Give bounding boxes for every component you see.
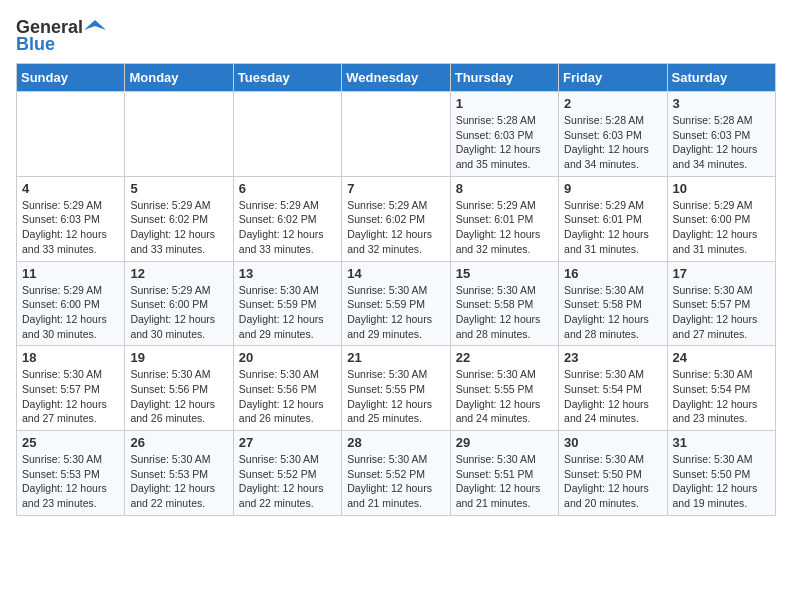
calendar-cell: 23Sunrise: 5:30 AMSunset: 5:54 PMDayligh… — [559, 346, 667, 431]
day-number: 19 — [130, 350, 227, 365]
day-info: Sunrise: 5:29 AMSunset: 6:00 PMDaylight:… — [673, 198, 770, 257]
day-number: 29 — [456, 435, 553, 450]
day-info: Sunrise: 5:29 AMSunset: 6:00 PMDaylight:… — [22, 283, 119, 342]
day-number: 10 — [673, 181, 770, 196]
calendar-cell: 10Sunrise: 5:29 AMSunset: 6:00 PMDayligh… — [667, 176, 775, 261]
calendar-cell: 21Sunrise: 5:30 AMSunset: 5:55 PMDayligh… — [342, 346, 450, 431]
logo: General Blue — [16, 16, 107, 55]
day-number: 31 — [673, 435, 770, 450]
day-number: 20 — [239, 350, 336, 365]
calendar-cell: 29Sunrise: 5:30 AMSunset: 5:51 PMDayligh… — [450, 431, 558, 516]
calendar-cell: 30Sunrise: 5:30 AMSunset: 5:50 PMDayligh… — [559, 431, 667, 516]
day-info: Sunrise: 5:30 AMSunset: 5:55 PMDaylight:… — [456, 367, 553, 426]
day-info: Sunrise: 5:29 AMSunset: 6:02 PMDaylight:… — [347, 198, 444, 257]
day-number: 28 — [347, 435, 444, 450]
day-number: 5 — [130, 181, 227, 196]
day-info: Sunrise: 5:29 AMSunset: 6:03 PMDaylight:… — [22, 198, 119, 257]
day-number: 16 — [564, 266, 661, 281]
day-number: 18 — [22, 350, 119, 365]
calendar-cell: 13Sunrise: 5:30 AMSunset: 5:59 PMDayligh… — [233, 261, 341, 346]
day-number: 4 — [22, 181, 119, 196]
day-info: Sunrise: 5:30 AMSunset: 5:56 PMDaylight:… — [130, 367, 227, 426]
calendar-cell: 22Sunrise: 5:30 AMSunset: 5:55 PMDayligh… — [450, 346, 558, 431]
day-number: 11 — [22, 266, 119, 281]
day-info: Sunrise: 5:30 AMSunset: 5:58 PMDaylight:… — [564, 283, 661, 342]
day-info: Sunrise: 5:29 AMSunset: 6:02 PMDaylight:… — [239, 198, 336, 257]
day-info: Sunrise: 5:30 AMSunset: 5:54 PMDaylight:… — [673, 367, 770, 426]
day-number: 2 — [564, 96, 661, 111]
day-number: 27 — [239, 435, 336, 450]
day-info: Sunrise: 5:29 AMSunset: 6:01 PMDaylight:… — [456, 198, 553, 257]
weekday-header-row: SundayMondayTuesdayWednesdayThursdayFrid… — [17, 64, 776, 92]
calendar-cell: 20Sunrise: 5:30 AMSunset: 5:56 PMDayligh… — [233, 346, 341, 431]
day-info: Sunrise: 5:30 AMSunset: 5:53 PMDaylight:… — [22, 452, 119, 511]
day-info: Sunrise: 5:28 AMSunset: 6:03 PMDaylight:… — [673, 113, 770, 172]
day-number: 15 — [456, 266, 553, 281]
day-number: 17 — [673, 266, 770, 281]
calendar-cell — [342, 92, 450, 177]
calendar-cell: 1Sunrise: 5:28 AMSunset: 6:03 PMDaylight… — [450, 92, 558, 177]
day-number: 14 — [347, 266, 444, 281]
day-info: Sunrise: 5:30 AMSunset: 5:52 PMDaylight:… — [239, 452, 336, 511]
day-info: Sunrise: 5:29 AMSunset: 6:02 PMDaylight:… — [130, 198, 227, 257]
calendar-cell: 11Sunrise: 5:29 AMSunset: 6:00 PMDayligh… — [17, 261, 125, 346]
day-info: Sunrise: 5:29 AMSunset: 6:00 PMDaylight:… — [130, 283, 227, 342]
day-number: 13 — [239, 266, 336, 281]
day-info: Sunrise: 5:28 AMSunset: 6:03 PMDaylight:… — [456, 113, 553, 172]
svg-marker-0 — [84, 20, 106, 30]
calendar-cell — [17, 92, 125, 177]
weekday-header-monday: Monday — [125, 64, 233, 92]
day-info: Sunrise: 5:30 AMSunset: 5:57 PMDaylight:… — [673, 283, 770, 342]
day-number: 6 — [239, 181, 336, 196]
calendar-cell: 18Sunrise: 5:30 AMSunset: 5:57 PMDayligh… — [17, 346, 125, 431]
logo-bird-icon — [84, 16, 106, 38]
day-info: Sunrise: 5:30 AMSunset: 5:59 PMDaylight:… — [347, 283, 444, 342]
calendar-cell: 4Sunrise: 5:29 AMSunset: 6:03 PMDaylight… — [17, 176, 125, 261]
calendar-week-row: 25Sunrise: 5:30 AMSunset: 5:53 PMDayligh… — [17, 431, 776, 516]
day-number: 1 — [456, 96, 553, 111]
day-info: Sunrise: 5:29 AMSunset: 6:01 PMDaylight:… — [564, 198, 661, 257]
calendar-cell: 26Sunrise: 5:30 AMSunset: 5:53 PMDayligh… — [125, 431, 233, 516]
logo-blue-text: Blue — [16, 34, 55, 55]
calendar-week-row: 18Sunrise: 5:30 AMSunset: 5:57 PMDayligh… — [17, 346, 776, 431]
day-number: 30 — [564, 435, 661, 450]
calendar-cell: 24Sunrise: 5:30 AMSunset: 5:54 PMDayligh… — [667, 346, 775, 431]
calendar-cell: 28Sunrise: 5:30 AMSunset: 5:52 PMDayligh… — [342, 431, 450, 516]
day-info: Sunrise: 5:30 AMSunset: 5:59 PMDaylight:… — [239, 283, 336, 342]
weekday-header-tuesday: Tuesday — [233, 64, 341, 92]
calendar-cell: 6Sunrise: 5:29 AMSunset: 6:02 PMDaylight… — [233, 176, 341, 261]
calendar-cell: 19Sunrise: 5:30 AMSunset: 5:56 PMDayligh… — [125, 346, 233, 431]
weekday-header-sunday: Sunday — [17, 64, 125, 92]
calendar-cell: 25Sunrise: 5:30 AMSunset: 5:53 PMDayligh… — [17, 431, 125, 516]
calendar-cell: 14Sunrise: 5:30 AMSunset: 5:59 PMDayligh… — [342, 261, 450, 346]
day-info: Sunrise: 5:30 AMSunset: 5:50 PMDaylight:… — [673, 452, 770, 511]
weekday-header-friday: Friday — [559, 64, 667, 92]
day-number: 3 — [673, 96, 770, 111]
day-number: 25 — [22, 435, 119, 450]
day-info: Sunrise: 5:30 AMSunset: 5:52 PMDaylight:… — [347, 452, 444, 511]
day-number: 22 — [456, 350, 553, 365]
day-info: Sunrise: 5:30 AMSunset: 5:57 PMDaylight:… — [22, 367, 119, 426]
calendar-cell: 31Sunrise: 5:30 AMSunset: 5:50 PMDayligh… — [667, 431, 775, 516]
calendar-week-row: 4Sunrise: 5:29 AMSunset: 6:03 PMDaylight… — [17, 176, 776, 261]
weekday-header-saturday: Saturday — [667, 64, 775, 92]
calendar-cell: 9Sunrise: 5:29 AMSunset: 6:01 PMDaylight… — [559, 176, 667, 261]
day-number: 7 — [347, 181, 444, 196]
calendar-cell: 3Sunrise: 5:28 AMSunset: 6:03 PMDaylight… — [667, 92, 775, 177]
day-number: 21 — [347, 350, 444, 365]
calendar-cell: 27Sunrise: 5:30 AMSunset: 5:52 PMDayligh… — [233, 431, 341, 516]
day-info: Sunrise: 5:30 AMSunset: 5:58 PMDaylight:… — [456, 283, 553, 342]
calendar-cell: 2Sunrise: 5:28 AMSunset: 6:03 PMDaylight… — [559, 92, 667, 177]
calendar-cell: 16Sunrise: 5:30 AMSunset: 5:58 PMDayligh… — [559, 261, 667, 346]
calendar-week-row: 1Sunrise: 5:28 AMSunset: 6:03 PMDaylight… — [17, 92, 776, 177]
day-number: 24 — [673, 350, 770, 365]
day-info: Sunrise: 5:30 AMSunset: 5:50 PMDaylight:… — [564, 452, 661, 511]
calendar-cell: 5Sunrise: 5:29 AMSunset: 6:02 PMDaylight… — [125, 176, 233, 261]
day-number: 9 — [564, 181, 661, 196]
day-info: Sunrise: 5:28 AMSunset: 6:03 PMDaylight:… — [564, 113, 661, 172]
header: General Blue — [16, 16, 776, 55]
day-number: 8 — [456, 181, 553, 196]
day-info: Sunrise: 5:30 AMSunset: 5:56 PMDaylight:… — [239, 367, 336, 426]
calendar-cell — [233, 92, 341, 177]
weekday-header-wednesday: Wednesday — [342, 64, 450, 92]
